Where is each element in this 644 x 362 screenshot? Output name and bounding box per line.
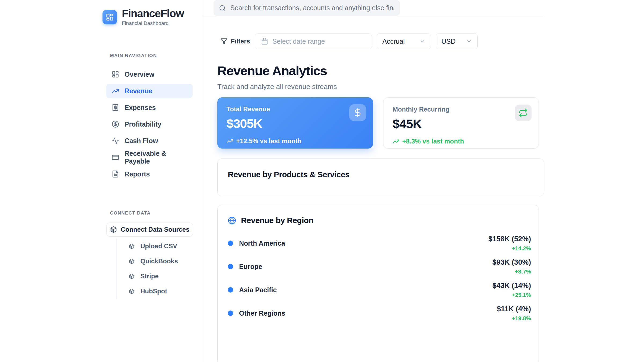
brand: FinanceFlow Financial Dashboard [100,8,203,26]
region-dot-icon [228,311,233,316]
cube-icon [129,274,134,279]
connect-item-label: Upload CSV [140,242,177,250]
trending-up-icon [226,138,233,145]
kpi-label: Total Revenue [226,105,364,113]
region-change: +25.1% [492,292,531,298]
activity-icon [112,137,119,145]
connect-data-sources-button[interactable]: Connect Data Sources [106,223,193,237]
top-header [203,0,544,16]
app-container: FinanceFlow Financial Dashboard MAIN NAV… [100,0,544,362]
region-name: Other Regions [239,309,285,317]
kpi-label: Monthly Recurring [393,106,529,113]
connect-item-quickbooks[interactable]: QuickBooks [129,254,203,269]
sidebar-item-label: Profitability [125,120,162,128]
page-title: Revenue Analytics [217,64,544,78]
dashboard-grid-icon [112,71,119,78]
date-range-picker[interactable]: Select date range [255,33,372,49]
filters-row: Filters Select date range Accrual USD [221,33,544,49]
region-name: Europe [239,263,262,271]
connect-button-label: Connect Data Sources [121,226,189,233]
cube-icon [129,243,134,249]
sidebar-item-label: Revenue [125,87,152,95]
region-value: $93K (30%) [492,258,531,267]
kpi-card-monthly-recurring[interactable]: Monthly Recurring $45K +8.3% vs last mon… [383,97,539,149]
repeat-icon [515,105,532,121]
page-content: Revenue Analytics Track and analyze all … [203,57,544,362]
receipt-icon [112,104,119,111]
kpi-cards-row: Total Revenue $305K +12.5% vs last month… [217,97,544,149]
kpi-value: $305K [226,116,364,131]
region-change: +8.7% [492,268,531,275]
date-range-placeholder: Select date range [272,38,325,45]
page-subtitle: Track and analyze all revenue streams [217,83,544,91]
sidebar-item-label: Receivable & Payable [125,150,193,165]
region-row-north-america: North America $158K (52%) +14.2% [228,235,531,252]
sidebar-item-overview[interactable]: Overview [106,67,193,82]
region-rows: North America $158K (52%) +14.2% Europe [228,235,531,322]
search-box[interactable] [214,0,400,16]
region-card-header: Revenue by Region [228,216,531,225]
accounting-basis-select[interactable]: Accrual [377,33,431,49]
cube-icon [129,258,134,264]
sidebar-item-cash-flow[interactable]: Cash Flow [106,134,193,148]
sidebar-item-reports[interactable]: Reports [106,167,193,181]
cube-icon [110,226,117,233]
chevron-down-icon [466,38,472,44]
chevron-down-icon [419,38,425,44]
connect-section-header: CONNECT DATA [110,210,203,216]
connect-sources-list: Upload CSV QuickBooks Stripe HubSpot [116,239,203,299]
brand-subtitle: Financial Dashboard [122,20,184,26]
filters-label: Filters [231,38,250,45]
region-row-asia-pacific: Asia Pacific $43K (14%) +25.1% [228,281,531,298]
currency-value: USD [441,38,456,45]
sidebar: FinanceFlow Financial Dashboard MAIN NAV… [100,0,203,362]
connect-item-hubspot[interactable]: HubSpot [129,284,203,299]
sidebar-item-label: Expenses [125,104,156,112]
sidebar-item-label: Reports [125,170,150,178]
connect-item-stripe[interactable]: Stripe [129,269,203,284]
region-change: +19.8% [497,315,531,322]
connect-item-label: HubSpot [140,287,167,295]
sidebar-item-revenue[interactable]: Revenue [106,84,193,98]
sidebar-item-label: Cash Flow [125,137,158,145]
dollar-sign-icon [349,104,366,121]
globe-icon [228,216,236,225]
main-content: Filters Select date range Accrual USD Re… [203,0,544,362]
basis-value: Accrual [382,38,405,45]
trending-up-icon [393,138,400,145]
revenue-by-products-card: Revenue by Products & Services [217,158,544,196]
connect-item-upload-csv[interactable]: Upload CSV [129,239,203,254]
circle-dollar-icon [112,120,119,128]
region-card-title: Revenue by Region [241,216,313,225]
main-navigation: Overview Revenue Expenses Profitability … [100,67,203,181]
sidebar-item-receivable-payable[interactable]: Receivable & Payable [106,150,193,165]
region-dot-icon [228,241,233,246]
kpi-value: $45K [393,116,529,131]
revenue-by-region-card: Revenue by Region North America $158K (5… [217,205,539,362]
region-change: +14.2% [488,245,531,252]
funnel-icon [221,38,228,45]
search-input[interactable] [230,4,394,12]
filters-toggle[interactable]: Filters [221,38,250,45]
kpi-card-total-revenue[interactable]: Total Revenue $305K +12.5% vs last month [217,97,373,149]
connect-item-label: QuickBooks [140,257,178,265]
brand-name: FinanceFlow [122,8,184,19]
sidebar-item-profitability[interactable]: Profitability [106,117,193,131]
kpi-change: +12.5% vs last month [226,137,364,145]
region-dot-icon [228,264,233,269]
region-name: North America [239,239,285,247]
region-value: $43K (14%) [492,282,531,290]
region-value: $11K (4%) [497,305,531,313]
kpi-change: +8.3% vs last month [393,138,529,145]
region-row-other-regions: Other Regions $11K (4%) +19.8% [228,305,531,322]
currency-select[interactable]: USD [436,33,478,49]
credit-card-icon [112,154,119,161]
connect-item-label: Stripe [140,272,159,280]
nav-section-header: MAIN NAVIGATION [110,53,203,58]
brand-logo-icon [103,10,117,24]
region-row-europe: Europe $93K (30%) +8.7% [228,258,531,275]
cube-icon [129,289,134,294]
file-text-icon [112,170,119,178]
products-card-title: Revenue by Products & Services [228,170,534,179]
sidebar-item-expenses[interactable]: Expenses [106,100,193,115]
